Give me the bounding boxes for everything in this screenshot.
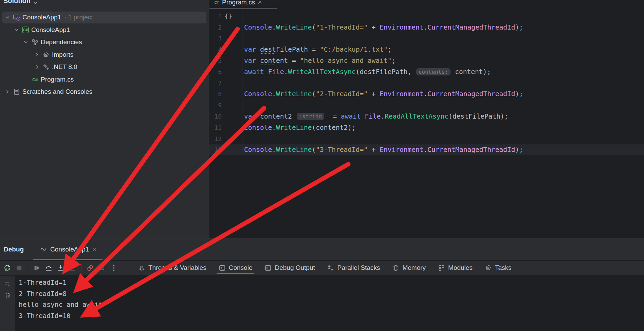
tree-item-dependencies[interactable]: Dependencies: [0, 36, 209, 49]
editor-line-2[interactable]: 2Console.WriteLine("1-ThreadId=" + Envir…: [209, 22, 644, 33]
chevron-right-icon[interactable]: [4, 89, 11, 94]
code-token: Environment: [380, 90, 423, 98]
line-number[interactable]: 11: [209, 124, 222, 131]
code-token: +: [368, 146, 380, 154]
code-token: File: [268, 68, 284, 76]
code-token: Console: [244, 23, 272, 31]
line-number[interactable]: 10: [209, 113, 222, 120]
code-token: FilePath: [276, 46, 308, 53]
code-line[interactable]: var content = "hello async and await";: [242, 55, 644, 66]
tab-console[interactable]: Console: [213, 261, 259, 275]
editor-line-13[interactable]: 13Console.WriteLine("3-ThreadId=" + Envi…: [209, 144, 644, 156]
clear-console-button[interactable]: [3, 291, 12, 299]
tab-threads-variables[interactable]: Threads & Variables: [132, 261, 213, 275]
code-line[interactable]: await File.WriteAllTextAsync(destFilePat…: [242, 66, 644, 77]
chevron-down-icon[interactable]: [13, 27, 20, 33]
chevron-right-icon[interactable]: [34, 64, 40, 70]
editor-tab-program-cs[interactable]: C# Program.cs: [209, 0, 267, 8]
code-line[interactable]: [242, 33, 644, 44]
tab-tasks[interactable]: Tasks: [479, 261, 518, 275]
tool-window-header[interactable]: Solution: [3, 0, 38, 5]
editor-line-12[interactable]: 12: [209, 133, 644, 144]
tree-item-scratches-and-consoles[interactable]: Scratches and Consoles: [0, 86, 209, 98]
editor-line-8[interactable]: 8Console.WriteLine("2-ThreadId=" + Envir…: [209, 89, 644, 100]
code-line[interactable]: Console.WriteLine("1-ThreadId=" + Enviro…: [242, 22, 644, 33]
line-number[interactable]: 6: [209, 68, 222, 75]
ide-window: Solution ConsoleApp1· 1 projectC#Console…: [0, 0, 644, 331]
line-number[interactable]: 9: [209, 102, 222, 109]
code-editor[interactable]: 1{}2Console.WriteLine("1-ThreadId=" + En…: [209, 10, 644, 155]
code-token: (: [312, 124, 316, 132]
code-token: .: [381, 112, 385, 120]
line-number[interactable]: 8: [209, 90, 222, 98]
tree-item-program-cs[interactable]: C#Program.cs: [0, 73, 209, 86]
step-into-button[interactable]: [56, 263, 65, 272]
more-options-button[interactable]: [109, 263, 118, 272]
tasks-icon: [485, 264, 492, 272]
line-number[interactable]: 7: [209, 80, 222, 87]
gutter[interactable]: {}: [222, 13, 242, 20]
code-line[interactable]: [242, 100, 644, 111]
code-line[interactable]: Console.WriteLine("2-ThreadId=" + Enviro…: [242, 89, 644, 100]
csharp-file-icon: C#: [31, 76, 39, 83]
chevron-down-icon[interactable]: [22, 39, 29, 45]
editor-line-5[interactable]: 5var content = "hello async and await";: [209, 55, 644, 66]
scroll-to-end-button[interactable]: [3, 280, 12, 288]
close-icon[interactable]: [92, 247, 97, 252]
chevron-right-icon[interactable]: [34, 52, 40, 57]
line-number[interactable]: 4: [209, 46, 222, 53]
code-line[interactable]: var destFilePath = "C:/backup/1.txt";: [242, 44, 644, 55]
step-out-button[interactable]: [68, 263, 77, 272]
line-number[interactable]: 1: [209, 13, 222, 20]
view-breakpoints-button[interactable]: [86, 263, 94, 272]
debug-session-tab[interactable]: ConsoleApp1: [33, 238, 103, 260]
resume-program-button[interactable]: [32, 263, 41, 272]
tree-item-imports[interactable]: Imports: [0, 49, 209, 61]
editor-line-7[interactable]: 7: [209, 77, 644, 89]
stop-button[interactable]: [15, 263, 23, 272]
editor-line-6[interactable]: 6await File.WriteAllTextAsync(destFilePa…: [209, 66, 644, 77]
code-token: [361, 112, 365, 120]
code-token: Console: [244, 146, 272, 154]
editor-line-11[interactable]: 11Console.WriteLine(content2);: [209, 122, 644, 133]
editor-line-9[interactable]: 9: [209, 100, 644, 111]
debug-console[interactable]: 1-ThreadId=12-ThreadId=8hello async and …: [0, 276, 644, 331]
line-number[interactable]: 2: [209, 24, 222, 31]
code-token: );: [515, 90, 523, 98]
editor-line-3[interactable]: 3: [209, 33, 644, 44]
chevron-placeholder: [22, 77, 29, 82]
editor-tab-title: Program.cs: [222, 0, 255, 6]
step-over-button[interactable]: [44, 263, 53, 272]
modules-icon: [438, 264, 445, 272]
code-line[interactable]: var content2 :string = await File.ReadAl…: [242, 111, 644, 122]
chevron-down-icon[interactable]: [4, 15, 11, 20]
code-line[interactable]: [242, 11, 644, 22]
code-token: +: [368, 23, 380, 31]
editor-area: C# Program.cs 1{}2Console.WriteLine("1-T…: [209, 0, 644, 238]
code-line[interactable]: [242, 133, 644, 144]
code-token: ReadAllTextAsync: [385, 112, 448, 120]
line-number[interactable]: 12: [209, 135, 222, 142]
close-icon[interactable]: [257, 0, 262, 5]
editor-line-10[interactable]: 10var content2 :string = await File.Read…: [209, 111, 644, 122]
tab-parallel-stacks[interactable]: Parallel Stacks: [321, 261, 386, 275]
tree-item-net-8-0[interactable]: .NET 8.0: [0, 61, 209, 73]
code-token: [264, 68, 268, 76]
tab-memory[interactable]: Memory: [386, 261, 432, 275]
editor-line-4[interactable]: 4var destFilePath = "C:/backup/1.txt";: [209, 44, 644, 55]
console-gutter: [0, 276, 15, 331]
tree-item-consoleapp1[interactable]: C#ConsoleApp1: [0, 24, 209, 36]
code-line[interactable]: Console.WriteLine(content2);: [242, 122, 644, 133]
code-line[interactable]: [242, 77, 644, 89]
code-line[interactable]: Console.WriteLine("3-ThreadId=" + Enviro…: [242, 144, 644, 156]
tab-modules[interactable]: Modules: [432, 261, 479, 275]
editor-line-1[interactable]: 1{}: [209, 11, 644, 22]
rerun-debugger-button[interactable]: [3, 263, 12, 272]
tree-item-consoleapp1[interactable]: ConsoleApp1· 1 project: [0, 11, 209, 24]
mute-breakpoints-button[interactable]: [97, 263, 106, 272]
tab-label: Threads & Variables: [148, 264, 206, 272]
tab-debug-output[interactable]: Debug Output: [258, 261, 321, 275]
line-number[interactable]: 5: [209, 57, 222, 64]
line-number[interactable]: 3: [209, 35, 222, 42]
line-number[interactable]: 13: [209, 146, 222, 153]
